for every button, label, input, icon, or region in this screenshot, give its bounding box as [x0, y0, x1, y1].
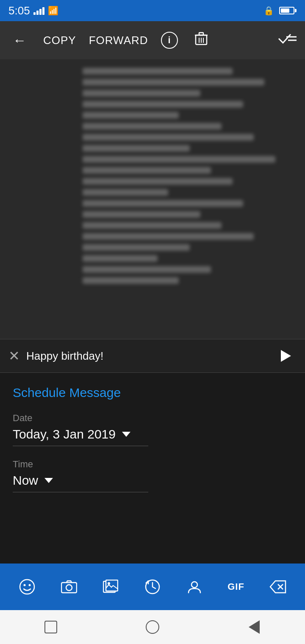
date-picker[interactable]: Today, 3 Jan 2019: [13, 427, 148, 446]
status-bar-left: 5:05 📶: [8, 4, 58, 17]
back-button[interactable]: ←: [8, 28, 30, 53]
forward-button[interactable]: FORWARD: [89, 34, 148, 47]
copy-button[interactable]: COPY: [43, 34, 76, 47]
trash-icon: [195, 32, 208, 46]
info-icon: i: [168, 35, 171, 46]
status-time: 5:05: [8, 4, 30, 17]
send-arrow-icon: [281, 350, 291, 362]
check-button[interactable]: [278, 33, 297, 48]
circle-icon: [146, 620, 159, 634]
blurred-messages: [0, 59, 305, 339]
action-bar: ← COPY FORWARD i: [0, 21, 305, 59]
backspace-icon: [269, 580, 286, 594]
emoji-icon: [19, 579, 35, 595]
status-bar-right: 🔒: [263, 6, 297, 16]
close-button[interactable]: ✕: [8, 348, 20, 364]
emoji-button[interactable]: [15, 575, 39, 599]
message-input[interactable]: Happy birthday!: [26, 350, 275, 363]
delete-button[interactable]: [195, 32, 208, 49]
home-button[interactable]: [140, 614, 165, 640]
info-button[interactable]: i: [161, 32, 178, 49]
gallery-button[interactable]: [99, 575, 122, 599]
gallery-icon: [103, 580, 118, 594]
input-area: ✕ Happy birthday!: [0, 339, 305, 373]
wifi-icon: 📶: [48, 6, 58, 16]
recent-apps-button[interactable]: [38, 614, 64, 640]
gif-label: GIF: [227, 581, 244, 592]
camera-button[interactable]: [57, 575, 81, 599]
svg-point-8: [20, 580, 34, 594]
status-bar: 5:05 📶 🔒: [0, 0, 305, 21]
lock-icon: 🔒: [263, 6, 274, 16]
square-icon: [44, 621, 57, 633]
camera-icon: [61, 580, 77, 594]
gif-button[interactable]: GIF: [224, 575, 248, 599]
time-value: Now: [13, 473, 38, 488]
svg-rect-11: [61, 583, 77, 593]
message-area: [0, 59, 305, 339]
svg-point-9: [24, 584, 26, 586]
battery-icon: [279, 7, 297, 14]
signal-bars-icon: [33, 6, 44, 15]
triangle-icon: [249, 620, 260, 634]
check-icon: [278, 33, 297, 45]
contact-button[interactable]: [183, 575, 206, 599]
history-button[interactable]: [141, 575, 164, 599]
schedule-title: Schedule Message: [13, 386, 292, 400]
time-picker[interactable]: Now: [13, 473, 148, 492]
date-value: Today, 3 Jan 2019: [13, 427, 116, 441]
bottom-toolbar: GIF: [0, 564, 305, 610]
date-dropdown-arrow-icon: [122, 432, 130, 437]
time-dropdown-arrow-icon: [44, 478, 53, 483]
back-nav-button[interactable]: [241, 614, 267, 640]
nav-bar: [0, 610, 305, 644]
svg-point-12: [66, 585, 72, 591]
history-icon: [145, 579, 160, 594]
svg-point-17: [191, 582, 197, 588]
svg-point-10: [29, 584, 31, 586]
svg-point-15: [108, 582, 110, 585]
backspace-button[interactable]: [266, 575, 290, 599]
schedule-section: Schedule Message Date Today, 3 Jan 2019 …: [0, 373, 305, 514]
time-label: Time: [13, 459, 292, 470]
send-button[interactable]: [275, 345, 297, 366]
date-label: Date: [13, 413, 292, 424]
contact-icon: [187, 579, 202, 594]
